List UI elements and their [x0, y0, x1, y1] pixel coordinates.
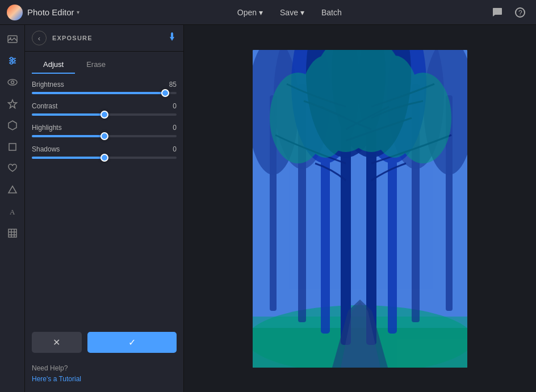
main-area: A ‹ EXPOSURE [0, 25, 536, 392]
svg-point-3 [10, 37, 11, 39]
svg-point-7 [10, 57, 12, 60]
highlights-label: Highlights [32, 124, 62, 132]
brightness-thumb[interactable] [161, 89, 169, 97]
contrast-thumb[interactable] [101, 111, 108, 119]
contrast-fill [32, 113, 104, 116]
tab-adjust[interactable]: Adjust [32, 56, 75, 74]
icon-sidebar: A [0, 25, 25, 392]
action-row: ✕ ✓ [25, 326, 183, 359]
svg-point-8 [12, 60, 15, 62]
exposure-panel: ‹ EXPOSURE Adjust Erase [25, 25, 184, 392]
confirm-icon: ✓ [128, 337, 136, 348]
cancel-button[interactable]: ✕ [32, 332, 82, 353]
shadows-label: Shadows [32, 145, 60, 153]
tab-erase[interactable]: Erase [75, 56, 117, 74]
svg-text:A: A [10, 208, 15, 216]
svg-text:?: ? [518, 9, 522, 17]
canvas-area [184, 25, 536, 392]
shadows-fill [32, 157, 104, 159]
svg-marker-23 [170, 37, 174, 41]
sidebar-icon-crop[interactable] [3, 137, 22, 157]
contrast-value: 0 [173, 102, 177, 110]
contrast-label: Contrast [32, 102, 57, 110]
sidebar-icon-shapes[interactable] [3, 180, 22, 200]
help-section: Need Help? Here's a Tutorial [25, 359, 183, 392]
tutorial-link[interactable]: Here's a Tutorial [32, 375, 81, 383]
panel-back-button[interactable]: ‹ [32, 31, 47, 45]
cancel-icon: ✕ [53, 337, 60, 348]
svg-point-9 [10, 62, 12, 64]
panel-header: ‹ EXPOSURE [25, 25, 183, 52]
shadows-track[interactable] [32, 157, 177, 159]
panel-pin-icon[interactable] [168, 32, 177, 44]
save-button[interactable]: Save ▾ [273, 5, 311, 20]
sidebar-icon-star[interactable] [3, 94, 22, 113]
panel-title: EXPOSURE [52, 35, 93, 41]
sidebar-icon-text[interactable]: A [3, 202, 22, 221]
brightness-track[interactable] [32, 92, 177, 94]
sidebar-icon-heart[interactable] [3, 159, 22, 178]
help-text: Need Help? [32, 364, 177, 372]
sidebar-icon-adjustments[interactable] [3, 51, 22, 70]
topbar: Photo Editor ▾ Open ▾ Save ▾ Batch ? [0, 0, 536, 25]
title-chevron[interactable]: ▾ [77, 9, 79, 15]
app-title-container: Photo Editor ▾ [27, 7, 79, 17]
svg-point-10 [8, 79, 17, 85]
topbar-nav: Open ▾ Save ▾ Batch [231, 5, 349, 20]
svg-marker-12 [8, 100, 16, 108]
sidebar-icon-view[interactable] [3, 73, 22, 92]
contrast-track[interactable] [32, 113, 177, 116]
help-button[interactable]: ? [511, 3, 529, 22]
sidebar-icon-image[interactable] [3, 29, 22, 49]
open-button[interactable]: Open ▾ [231, 5, 270, 20]
svg-point-11 [11, 81, 14, 84]
highlights-track[interactable] [32, 135, 177, 137]
brightness-label: Brightness [32, 81, 64, 88]
shadows-thumb[interactable] [101, 154, 108, 162]
svg-rect-22 [171, 33, 173, 37]
confirm-button[interactable]: ✓ [87, 332, 177, 353]
batch-button[interactable]: Batch [315, 5, 349, 20]
brightness-fill [32, 92, 165, 94]
sidebar-icon-texture[interactable] [3, 224, 22, 243]
photo-container [253, 50, 467, 368]
shadows-slider-row: Shadows 0 [32, 145, 177, 159]
brightness-slider-row: Brightness 85 [32, 81, 177, 94]
sliders-section: Brightness 85 Contrast 0 [25, 74, 183, 326]
contrast-slider-row: Contrast 0 [32, 102, 177, 116]
topbar-icons: ? [488, 3, 529, 22]
panel-tabs: Adjust Erase [25, 52, 183, 74]
app-logo [7, 5, 23, 20]
app-title: Photo Editor [27, 7, 74, 17]
svg-marker-13 [9, 121, 16, 130]
highlights-thumb[interactable] [101, 132, 108, 140]
chat-button[interactable] [488, 3, 506, 22]
brightness-value: 85 [169, 81, 177, 88]
highlights-fill [32, 135, 104, 137]
svg-rect-14 [9, 144, 16, 150]
photo-display [253, 50, 467, 368]
svg-rect-17 [9, 229, 16, 237]
highlights-slider-row: Highlights 0 [32, 124, 177, 137]
highlights-value: 0 [173, 124, 177, 132]
svg-marker-15 [9, 186, 16, 193]
shadows-value: 0 [173, 145, 177, 153]
sidebar-icon-effects[interactable] [3, 116, 22, 135]
